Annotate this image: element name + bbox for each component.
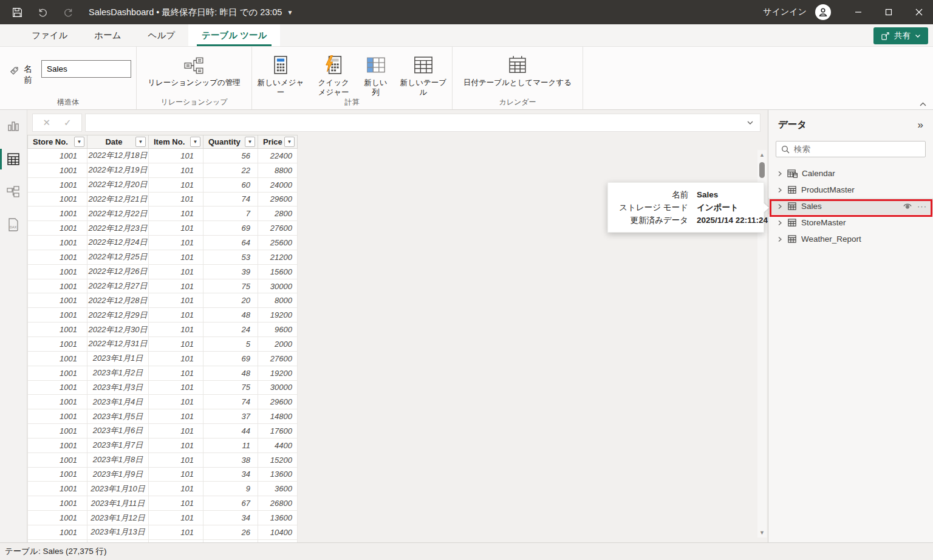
cell-price[interactable]: 25600: [258, 236, 298, 250]
close-button[interactable]: [905, 0, 933, 24]
cell-store-no[interactable]: 1001: [27, 482, 87, 496]
cell-price[interactable]: 13600: [258, 511, 298, 525]
cell-item-no[interactable]: 101: [149, 250, 203, 265]
cell-item-no[interactable]: 101: [149, 149, 203, 163]
cell-price[interactable]: 29600: [258, 193, 298, 207]
report-view-button[interactable]: [0, 117, 27, 135]
cell-item-no[interactable]: 101: [149, 482, 203, 496]
cell-quantity[interactable]: 74: [203, 193, 258, 207]
cell-quantity[interactable]: 37: [203, 409, 258, 424]
cell-store-no[interactable]: 1001: [27, 279, 87, 294]
cell-quantity[interactable]: 22: [203, 163, 258, 178]
undo-icon[interactable]: [34, 4, 51, 21]
cell-quantity[interactable]: 74: [203, 395, 258, 409]
tab-table-tools[interactable]: テーブル ツール: [188, 24, 280, 46]
cell-store-no[interactable]: 1001: [27, 453, 87, 468]
cell-item-no[interactable]: 101: [149, 395, 203, 409]
cell-store-no[interactable]: 1001: [27, 395, 87, 409]
collapse-pane-icon[interactable]: »: [918, 120, 923, 130]
cell-store-no[interactable]: 1001: [27, 525, 87, 540]
scrollbar-thumb[interactable]: [759, 162, 765, 178]
cell-quantity[interactable]: 60: [203, 178, 258, 193]
column-header-item-no[interactable]: Item No. ▼: [149, 135, 203, 149]
tab-home[interactable]: ホーム: [81, 24, 134, 46]
cell-item-no[interactable]: 101: [149, 496, 203, 511]
search-input[interactable]: [794, 145, 920, 154]
cell-store-no[interactable]: 1001: [27, 337, 87, 352]
cell-quantity[interactable]: 11: [203, 439, 258, 453]
cell-price[interactable]: 19200: [258, 366, 298, 381]
filter-icon[interactable]: ▼: [190, 137, 200, 147]
cell-item-no[interactable]: 101: [149, 293, 203, 308]
cell-item-no[interactable]: 101: [149, 381, 203, 395]
scroll-up-icon[interactable]: ▲: [759, 150, 765, 160]
cell-price[interactable]: 22400: [258, 149, 298, 163]
cell-price[interactable]: 15200: [258, 453, 298, 468]
cell-price[interactable]: 4400: [258, 439, 298, 453]
cell-date[interactable]: 2023年1月7日: [87, 439, 149, 453]
cell-quantity[interactable]: 75: [203, 279, 258, 294]
cell-item-no[interactable]: 101: [149, 163, 203, 178]
cell-price[interactable]: 20000: [258, 540, 298, 542]
cell-quantity[interactable]: 53: [203, 250, 258, 265]
cell-quantity[interactable]: 69: [203, 221, 258, 236]
cell-date[interactable]: 2022年12月30日: [87, 323, 149, 337]
cell-price[interactable]: 2000: [258, 337, 298, 352]
cell-date[interactable]: 2023年1月14日: [87, 540, 149, 542]
tree-item-calendar[interactable]: Calendar: [768, 165, 933, 182]
cell-store-no[interactable]: 1001: [27, 496, 87, 511]
cell-item-no[interactable]: 101: [149, 236, 203, 250]
tab-help[interactable]: ヘルプ: [135, 24, 189, 46]
cell-quantity[interactable]: 38: [203, 453, 258, 468]
cell-price[interactable]: 13600: [258, 468, 298, 482]
cell-item-no[interactable]: 101: [149, 366, 203, 381]
cell-quantity[interactable]: 67: [203, 496, 258, 511]
cell-date[interactable]: 2022年12月18日: [87, 149, 149, 163]
cell-store-no[interactable]: 1001: [27, 366, 87, 381]
cell-store-no[interactable]: 1001: [27, 439, 87, 453]
cell-item-no[interactable]: 101: [149, 193, 203, 207]
cell-store-no[interactable]: 1001: [27, 163, 87, 178]
cell-item-no[interactable]: 101: [149, 540, 203, 542]
minimize-button[interactable]: [844, 0, 872, 24]
tree-item-sales[interactable]: Sales ···: [768, 198, 933, 214]
cell-item-no[interactable]: 101: [149, 337, 203, 352]
cell-store-no[interactable]: 1001: [27, 308, 87, 323]
formula-cancel-icon[interactable]: ✕: [43, 117, 50, 128]
cell-price[interactable]: 21200: [258, 250, 298, 265]
cell-date[interactable]: 2023年1月4日: [87, 395, 149, 409]
cell-quantity[interactable]: 48: [203, 366, 258, 381]
table-view-button[interactable]: [0, 150, 27, 168]
cell-price[interactable]: 19200: [258, 308, 298, 323]
cell-quantity[interactable]: 34: [203, 468, 258, 482]
cell-quantity[interactable]: 9: [203, 482, 258, 496]
formula-expand-icon[interactable]: [747, 119, 754, 126]
redo-icon[interactable]: [60, 4, 77, 21]
cell-quantity[interactable]: 56: [203, 149, 258, 163]
dax-query-view-button[interactable]: DAX: [0, 216, 27, 234]
cell-date[interactable]: 2023年1月5日: [87, 409, 149, 424]
cell-quantity[interactable]: 48: [203, 308, 258, 323]
filter-icon[interactable]: ▼: [135, 137, 146, 147]
manage-relationships-button[interactable]: リレーションシップの管理: [144, 56, 244, 88]
cell-date[interactable]: 2023年1月13日: [87, 525, 149, 540]
cell-item-no[interactable]: 101: [149, 453, 203, 468]
cell-item-no[interactable]: 101: [149, 424, 203, 439]
formula-commit-icon[interactable]: ✓: [64, 117, 72, 128]
table-name-input[interactable]: [41, 60, 131, 78]
cell-quantity[interactable]: 7: [203, 207, 258, 221]
cell-price[interactable]: 24000: [258, 178, 298, 193]
filter-icon[interactable]: ▼: [74, 137, 84, 147]
cell-date[interactable]: 2023年1月9日: [87, 468, 149, 482]
cell-store-no[interactable]: 1001: [27, 178, 87, 193]
search-box[interactable]: [776, 141, 926, 157]
cell-date[interactable]: 2022年12月20日: [87, 178, 149, 193]
cell-quantity[interactable]: 26: [203, 525, 258, 540]
cell-date[interactable]: 2022年12月28日: [87, 293, 149, 308]
cell-date[interactable]: 2023年1月12日: [87, 511, 149, 525]
cell-item-no[interactable]: 101: [149, 308, 203, 323]
sign-in-button[interactable]: サインイン: [757, 7, 813, 18]
cell-store-no[interactable]: 1001: [27, 409, 87, 424]
cell-price[interactable]: 17600: [258, 424, 298, 439]
cell-date[interactable]: 2023年1月3日: [87, 381, 149, 395]
